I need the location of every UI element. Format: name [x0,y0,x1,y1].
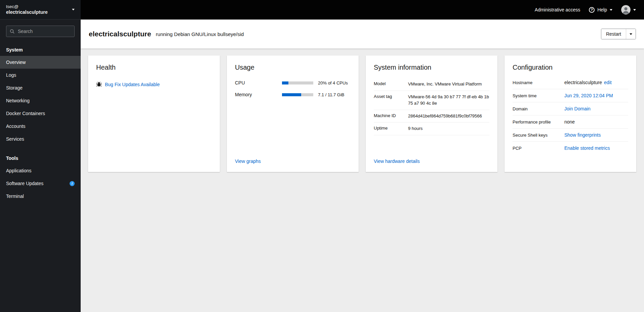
config-row-secure-shell-keys: Secure Shell keys Show fingerprints [513,129,628,142]
progress-fill [282,93,301,96]
session-menu-button[interactable] [617,2,640,17]
join-domain-link[interactable]: Join Domain [564,106,591,111]
bug-fix-updates-link[interactable]: Bug Fix Updates Available [105,82,160,87]
nav-section-tools: Tools Applications Software Updates i Te… [0,145,81,203]
info-label: Machine ID [374,113,404,119]
system-information-card: System information Model VMware, Inc. VM… [366,56,497,172]
sidebar-item-applications[interactable]: Applications [0,164,81,177]
chevron-down-icon [633,9,636,11]
card-title: System information [374,64,489,71]
restart-button-group: Restart [601,29,636,39]
nav-section-title: System [0,43,81,56]
card-title: Usage [235,64,351,71]
restart-button[interactable]: Restart [601,29,626,39]
health-updates-row: Bug Fix Updates Available [96,81,212,87]
bug-icon [96,81,102,87]
restart-dropdown-toggle[interactable] [626,29,636,39]
cpu-progress-bar [282,81,313,84]
sidebar-item-software-updates[interactable]: Software Updates i [0,177,81,190]
sidebar-item-networking[interactable]: Networking [0,94,81,107]
page-title: electricalsculpture [89,30,151,38]
progress-fill [282,81,288,84]
info-value: VMware-56 4d 9a 30 b7 77 7f df-eb 4b 1b … [408,94,489,107]
page-header: electricalsculpture running Debian GNU/L… [81,20,644,48]
show-fingerprints-link[interactable]: Show fingerprints [564,132,601,138]
memory-usage-row: Memory 7.1 / 11.7 GiB [235,92,351,97]
health-card: Health Bug Fix Updates Available [88,56,220,172]
user-avatar-icon [621,5,631,14]
system-time-link[interactable]: Jun 29, 2020 12:04 PM [564,93,613,98]
sidebar-item-logs[interactable]: Logs [0,69,81,81]
sidebar-item-overview[interactable]: Overview [0,56,81,69]
overview-content: Health Bug Fix Updates Available Usage [81,48,644,312]
administrative-access-button[interactable]: Administrative access [531,4,584,15]
header-actions: Restart [601,29,636,39]
info-row-machine-id: Machine ID 2864d41bef864d759b681f9c0bf79… [374,110,489,123]
info-row-uptime: Uptime 9 hours [374,123,489,135]
search-icon [10,29,14,34]
host-switcher[interactable]: tsec@ electricalsculpture [0,0,81,20]
help-menu-button[interactable]: ? Help [585,4,616,15]
sidebar-item-label: Logs [6,72,16,78]
config-row-system-time: System time Jun 29, 2020 12:04 PM [513,89,628,102]
info-icon: i [70,181,75,186]
sidebar-item-label: Overview [6,60,26,65]
sidebar-item-services[interactable]: Services [0,133,81,145]
view-hardware-details-link[interactable]: View hardware details [374,159,489,164]
sidebar-item-label: Terminal [6,194,24,199]
config-label: Hostname [513,80,560,85]
usage-value: 20% of 4 CPUs [318,80,351,85]
host-user: tsec@ [6,4,72,9]
config-label: Secure Shell keys [513,133,560,138]
sidebar-nav: System Overview Logs Storage Networking … [0,43,81,312]
hostname-value: electricalsculpture [564,80,602,85]
config-row-performance-profile: Performance profile none [513,115,628,129]
sidebar-item-terminal[interactable]: Terminal [0,190,81,203]
config-row-domain: Domain Join Domain [513,102,628,115]
config-value: electricalsculptureedit [564,80,628,85]
info-label: Asset tag [374,94,404,107]
enable-stored-metrics-link[interactable]: Enable stored metrics [564,145,610,151]
sidebar-item-label: Software Updates [6,181,43,186]
nav-section-title: Tools [0,145,81,164]
search-box [6,26,75,37]
config-row-pcp: PCP Enable stored metrics [513,142,628,154]
configuration-rows: Hostname electricalsculptureedit System … [513,76,628,154]
system-information-rows: Model VMware, Inc. VMware Virtual Platfo… [374,78,489,135]
sidebar-item-label: Networking [6,98,30,103]
sidebar-item-docker-containers[interactable]: Docker Containers [0,107,81,120]
main-column: Administrative access ? Help electricals… [81,0,644,312]
help-icon: ? [589,7,595,13]
chevron-down-icon [630,33,632,35]
search-input[interactable] [17,28,71,34]
edit-hostname-link[interactable]: edit [604,80,612,85]
performance-profile-value: none [564,119,628,125]
sidebar-item-label: Services [6,136,24,142]
help-label: Help [597,7,607,12]
sidebar-item-label: Applications [6,168,32,173]
card-title: Configuration [513,64,628,71]
host-switcher-text: tsec@ electricalsculpture [6,4,72,15]
chevron-down-icon [610,9,612,11]
view-graphs-link[interactable]: View graphs [235,159,351,164]
configuration-card: Configuration Hostname electricalsculptu… [505,56,636,172]
cpu-usage-row: CPU 20% of 4 CPUs [235,80,351,85]
nav-section-system: System Overview Logs Storage Networking … [0,43,81,145]
sidebar-item-accounts[interactable]: Accounts [0,120,81,133]
info-value: 2864d41bef864d759b681f9c0bf79566 [408,113,489,119]
config-label: System time [513,93,560,98]
config-label: Performance profile [513,119,560,125]
sidebar-item-label: Storage [6,85,23,91]
page-subtitle: running Debian GNU/Linux bullseye/sid [156,31,244,37]
host-name: electricalsculpture [6,9,72,15]
config-label: Domain [513,106,560,111]
sidebar-item-storage[interactable]: Storage [0,81,81,94]
info-value: 9 hours [408,126,489,132]
config-row-hostname: Hostname electricalsculptureedit [513,76,628,89]
sidebar: tsec@ electricalsculpture System Overvie… [0,0,81,312]
usage-label: CPU [235,80,277,85]
info-label: Model [374,81,404,88]
info-label: Uptime [374,126,404,132]
app-root: tsec@ electricalsculpture System Overvie… [0,0,644,312]
info-row-model: Model VMware, Inc. VMware Virtual Platfo… [374,78,489,91]
